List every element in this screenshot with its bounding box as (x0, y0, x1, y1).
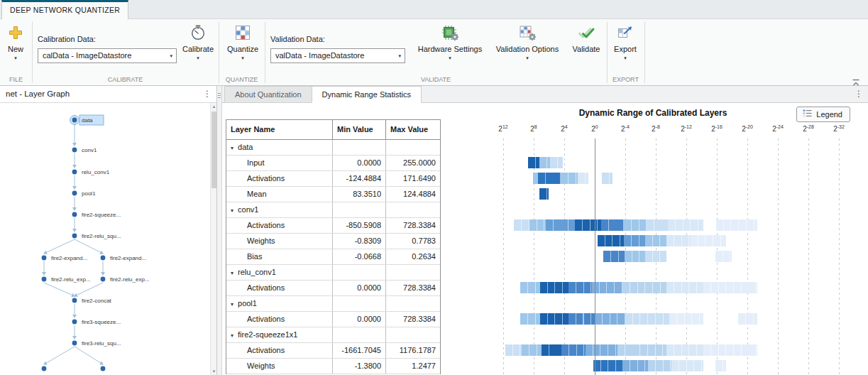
app-tab-deep-network-quantizer[interactable]: DEEP NETWORK QUANTIZER (1, 0, 128, 19)
table-row[interactable]: Mean83.3510124.4884 (226, 187, 440, 202)
scroll-up-icon[interactable]: ▲ (211, 103, 217, 110)
graph-node-label[interactable]: fire2-relu_exp... (51, 276, 91, 283)
table-row[interactable]: Activations-850.5908728.3384 (226, 218, 440, 234)
validation-data-dropdown[interactable]: valData - ImageDatastore ▾ (270, 48, 405, 63)
graph-node-label[interactable]: fire3-squeeze... (82, 319, 121, 325)
calibrate-button[interactable]: Calibrate ▾ (180, 21, 216, 61)
hardware-settings-button[interactable]: Hardware Settings ▾ (414, 21, 485, 61)
table-row[interactable]: Weights-0.83090.7783 (226, 234, 440, 249)
range-bar-segment (625, 313, 669, 325)
graph-node[interactable] (101, 366, 106, 371)
tab-dynamic-range-statistics[interactable]: Dynamic Range Statistics (312, 86, 422, 103)
graph-node-label[interactable]: data (82, 117, 93, 124)
legend-button[interactable]: Legend (796, 107, 850, 122)
new-button[interactable]: New ▾ (1, 21, 30, 61)
layer-graph-panel: net - Layer Graph ⋮ dataconv1relu_conv1p… (0, 86, 217, 375)
chevron-down-icon: ▾ (170, 49, 172, 62)
collapse-triangle-icon[interactable]: ▾ (231, 332, 234, 339)
range-bar-segment (542, 344, 561, 356)
table-row[interactable]: ▾relu_conv1 (226, 265, 440, 281)
max-value-cell: 1176.1787 (386, 343, 440, 358)
graph-node[interactable] (72, 170, 77, 175)
range-bar-segment (622, 282, 666, 293)
section-label-calibrate: CALIBRATE (32, 76, 219, 83)
graph-node[interactable] (72, 191, 77, 196)
column-header-min-value[interactable]: Min Value (333, 120, 386, 139)
range-bar-segment (648, 360, 671, 371)
max-value-cell: 0.7783 (386, 234, 440, 249)
calibration-data-label: Calibration Data: (38, 35, 96, 43)
graph-node-label[interactable]: fire2-expand... (110, 255, 146, 261)
layer-name-cell: ▾relu_conv1 (226, 265, 333, 280)
scrollbar-thumb[interactable] (211, 112, 216, 188)
graph-node[interactable] (72, 212, 77, 217)
graph-node[interactable] (72, 298, 77, 303)
layer-graph-svg: dataconv1relu_conv1pool1fire2-squeeze...… (0, 103, 210, 375)
graph-node[interactable] (42, 256, 47, 261)
collapse-triangle-icon[interactable]: ▾ (231, 207, 234, 214)
graph-node[interactable] (72, 320, 77, 325)
table-row[interactable]: ▾data (226, 140, 440, 156)
graph-node-label[interactable]: fire2-expand... (51, 255, 87, 261)
range-bar-segment (666, 282, 703, 293)
table-row[interactable]: ▾conv1 (226, 202, 440, 218)
min-value-cell (333, 202, 386, 217)
graph-node-label[interactable]: fire2-relu_squ... (82, 233, 121, 239)
collapse-triangle-icon[interactable]: ▾ (231, 301, 234, 308)
table-row[interactable]: Activations-1661.70451176.1787 (226, 343, 440, 359)
validate-button[interactable]: Validate (568, 21, 605, 54)
table-row[interactable]: Weights-1.38001.2477 (226, 359, 440, 374)
graph-node-label[interactable]: fire3-relu_squ... (82, 340, 121, 347)
graph-node-label[interactable]: pool1 (82, 190, 96, 197)
graph-node-label[interactable]: fire2-concat (82, 298, 112, 304)
graph-node-label[interactable]: fire2-squeeze... (82, 212, 121, 218)
table-row[interactable]: Activations-124.4884171.6490 (226, 171, 440, 187)
quantize-button[interactable]: Quantize ▾ (224, 21, 261, 61)
graph-node[interactable] (72, 234, 77, 239)
collapse-ribbon-button[interactable] (851, 77, 861, 85)
graph-node-label[interactable]: conv1 (82, 147, 97, 153)
panel-splitter[interactable] (217, 86, 222, 375)
collapse-triangle-icon[interactable]: ▾ (231, 270, 234, 276)
min-value-cell: -850.5908 (333, 218, 386, 233)
scroll-down-icon[interactable]: ▼ (211, 368, 217, 375)
graph-node[interactable] (72, 118, 77, 123)
calibration-data-dropdown[interactable]: calData - ImageDatastore ▾ (38, 48, 177, 63)
column-header-layer-name[interactable]: Layer Name (226, 120, 333, 139)
graph-node[interactable] (101, 277, 106, 282)
range-bar-segment (575, 219, 601, 231)
range-bar-segment (539, 157, 550, 168)
table-row[interactable]: Bias-0.06680.2634 (226, 249, 440, 265)
layer-graph-canvas[interactable]: dataconv1relu_conv1pool1fire2-squeeze...… (0, 103, 210, 375)
layer-name-cell: Activations (226, 218, 333, 233)
export-button[interactable]: Export ▾ (609, 21, 642, 61)
table-row[interactable]: ▾fire2-squeeze1x1 (226, 327, 440, 343)
table-row[interactable]: Input0.0000255.0000 (226, 156, 440, 171)
graph-edge (75, 239, 103, 254)
graph-node[interactable] (42, 277, 47, 282)
column-header-max-value[interactable]: Max Value (386, 120, 440, 139)
graph-node[interactable] (72, 341, 77, 346)
document-tabbar: About Quantization Dynamic Range Statist… (222, 86, 868, 103)
gridline (686, 138, 687, 375)
panel-menu-icon[interactable]: ⋮ (854, 86, 864, 102)
graph-node-label[interactable]: fire2-relu_exp... (110, 276, 150, 283)
section-label-validate: VALIDATE (265, 76, 607, 83)
layer-graph-scrollbar[interactable]: ▲ ▼ (210, 103, 216, 375)
tab-about-quantization[interactable]: About Quantization (224, 86, 312, 102)
x-axis-tick-label: 28 (530, 124, 537, 133)
validation-options-button[interactable]: Validation Options ▾ (493, 21, 562, 61)
section-separator (607, 22, 608, 83)
collapse-triangle-icon[interactable]: ▾ (231, 145, 234, 151)
graph-node[interactable] (101, 256, 106, 261)
range-bar-segment (645, 235, 666, 246)
graph-node-label[interactable]: relu_conv1 (82, 169, 110, 175)
panel-menu-icon[interactable]: ⋮ (202, 86, 212, 102)
table-row[interactable]: Activations0.0000728.3384 (226, 281, 440, 296)
export-button-label: Export (609, 44, 642, 54)
x-axis-tick-label: 2-20 (742, 124, 753, 133)
graph-node[interactable] (42, 366, 47, 371)
table-row[interactable]: ▾pool1 (226, 296, 440, 312)
table-row[interactable]: Activations0.0000728.3384 (226, 312, 440, 327)
graph-node[interactable] (72, 148, 77, 153)
